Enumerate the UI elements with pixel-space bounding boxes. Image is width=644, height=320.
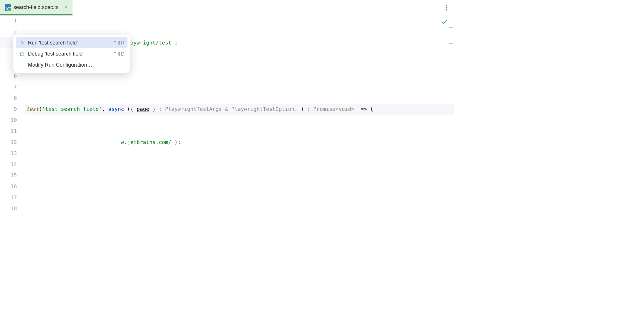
play-icon: [19, 40, 25, 45]
line-number: 11: [0, 126, 17, 137]
keyboard-shortcut: ⌃⇧R: [113, 40, 125, 46]
line-number: 9: [0, 104, 17, 115]
svg-point-2: [21, 53, 23, 55]
test-context-menu: Run 'test search field' ⌃⇧R Debug 'test …: [13, 35, 130, 73]
line-number: 13: [0, 148, 17, 159]
code-line: [25, 170, 454, 181]
menu-item-label: Debug 'test search field': [28, 51, 84, 57]
line-number: 8: [0, 93, 17, 104]
debug-test-menu-item[interactable]: Debug 'test search field' ⌃⇧D: [16, 48, 128, 59]
line-number: 16: [0, 181, 17, 192]
modify-run-config-menu-item[interactable]: Modify Run Configuration…: [16, 59, 128, 70]
line-number: 15: [0, 170, 17, 181]
run-test-menu-item[interactable]: Run 'test search field' ⌃⇧R: [16, 37, 128, 48]
close-tab-icon[interactable]: ×: [64, 4, 68, 11]
line-number: 7: [0, 81, 17, 93]
line-number: 2: [0, 26, 17, 37]
keyboard-shortcut: ⌃⇧D: [113, 51, 125, 57]
code-line: [25, 203, 454, 214]
line-number: 18: [0, 203, 17, 214]
scrollbar-marker[interactable]: [449, 43, 453, 44]
line-number: 6: [0, 70, 17, 81]
line-number: 10: [0, 115, 17, 126]
line-number: 14: [0, 159, 17, 170]
menu-item-label: Run 'test search field': [28, 40, 78, 46]
tab-search-field[interactable]: TS search-field.spec.ts ×: [0, 0, 72, 15]
menu-item-label: Modify Run Configuration…: [28, 62, 92, 68]
line-number: 1: [0, 15, 17, 26]
line-number: 12: [0, 137, 17, 148]
line-number: 17: [0, 192, 17, 203]
tab-options-icon[interactable]: [446, 5, 447, 10]
typescript-test-file-icon: TS: [5, 4, 11, 11]
scrollbar-marker[interactable]: [449, 27, 453, 28]
tab-label: search-field.spec.ts: [13, 4, 59, 10]
bug-icon: [19, 51, 25, 56]
code-line: w.jetbrains.com/');: [25, 137, 454, 148]
inspection-ok-icon[interactable]: [441, 18, 448, 27]
tab-bar: TS search-field.spec.ts ×: [0, 0, 454, 15]
code-line: test('test search field', async ({ page …: [25, 104, 454, 115]
